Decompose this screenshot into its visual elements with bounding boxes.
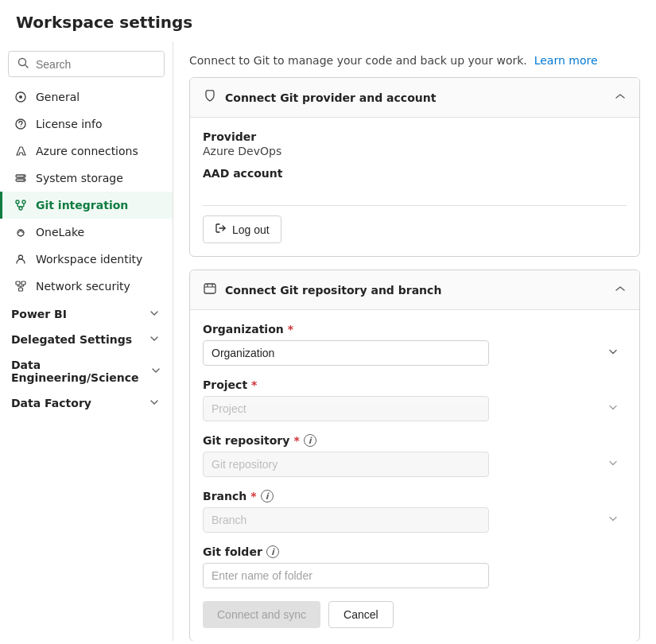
search-box[interactable] [8,51,165,77]
card2-header: Connect Git repository and branch [190,270,639,310]
project-select[interactable]: Project [203,396,489,421]
section-label: Data Engineering/Science [11,359,150,384]
svg-point-4 [16,119,25,129]
org-label: Organization * [203,323,627,336]
connect-sync-button[interactable]: Connect and sync [203,601,320,628]
repo-info-icon[interactable]: i [304,434,316,447]
org-select[interactable]: Organization [203,340,489,366]
azure-icon [14,144,28,158]
license-icon [14,117,28,131]
card2-header-left: Connect Git repository and branch [203,281,441,298]
sidebar-section-power-bi[interactable]: Power BI [0,300,173,325]
action-buttons: Connect and sync Cancel [203,601,627,628]
sidebar-item-onelake[interactable]: OneLake [0,219,173,246]
onelake-icon [14,225,28,239]
section-description: Connect to Git to manage your code and b… [189,41,640,77]
card2-title: Connect Git repository and branch [225,284,441,297]
svg-point-5 [20,126,21,126]
sidebar-section-data-engineering[interactable]: Data Engineering/Science [0,351,173,389]
repo-chevron-icon [607,458,619,471]
sidebar-item-label: System storage [36,172,123,184]
repo-select-wrapper: Git repository [203,452,627,477]
divider [203,205,627,206]
folder-field: Git folder i [203,545,627,588]
section-label: Data Factory [11,397,91,409]
branch-label: Branch * i [203,490,627,502]
aad-value [203,181,627,196]
sidebar-item-general[interactable]: General [0,83,173,111]
svg-marker-6 [17,147,25,155]
sidebar: General License info Azure connections [0,41,173,641]
folder-label: Git folder i [203,545,627,558]
sidebar-item-label: Git integration [36,199,128,211]
sidebar-section-data-factory[interactable]: Data Factory [0,389,173,414]
svg-point-15 [19,255,23,259]
org-required-star: * [288,323,293,336]
project-label: Project * [203,378,627,391]
svg-rect-16 [16,281,20,285]
collapse-icon[interactable] [614,90,627,105]
project-select-wrapper: Project [203,396,627,421]
project-field: Project * Project [203,378,627,421]
git-icon [14,198,28,212]
sidebar-item-label: Workspace identity [36,253,142,266]
storage-icon [14,171,28,185]
git-repo-card: Connect Git repository and branch Organi… [189,270,640,641]
svg-point-9 [23,176,24,177]
org-chevron-icon [607,347,619,360]
svg-rect-17 [21,281,25,285]
card-title: Connect Git provider and account [225,91,436,104]
section-label: Delegated Settings [11,333,132,346]
provider-label: Provider [203,130,627,143]
network-icon [14,279,28,293]
page-title: Workspace settings [0,0,656,41]
logout-button[interactable]: Log out [203,215,281,243]
collapse-icon-2[interactable] [614,282,627,297]
git-repo-icon [203,281,217,298]
identity-icon [14,252,28,266]
svg-point-3 [19,95,22,99]
branch-chevron-icon [607,514,619,527]
sidebar-item-network-security[interactable]: Network security [0,273,173,300]
branch-info-icon[interactable]: i [261,490,274,502]
learn-more-link[interactable]: Learn more [534,54,598,67]
search-input[interactable] [36,58,156,71]
card-header: Connect Git provider and account [190,78,639,118]
folder-info-icon[interactable]: i [266,545,279,558]
git-provider-card: Connect Git provider and account Provide… [189,77,640,257]
card2-body: Organization * Organization [190,310,639,641]
chevron-down-icon [149,397,161,409]
project-chevron-icon [607,402,619,416]
sidebar-item-license-info[interactable]: License info [0,111,173,138]
repo-select[interactable]: Git repository [203,452,489,477]
repo-required-star: * [293,434,299,447]
cancel-button[interactable]: Cancel [328,601,394,628]
repo-field: Git repository * i Git repository [203,434,627,477]
svg-rect-21 [204,284,215,293]
logout-icon [215,222,227,237]
sidebar-item-label: Network security [36,280,130,293]
folder-input[interactable] [203,563,489,588]
project-required-star: * [251,378,257,391]
sidebar-item-workspace-identity[interactable]: Workspace identity [0,246,173,273]
card-header-left: Connect Git provider and account [203,89,436,106]
org-select-wrapper: Organization [203,340,627,366]
chevron-down-icon [149,333,161,346]
branch-select[interactable]: Branch [203,507,489,533]
svg-point-11 [16,200,19,204]
main-content: Connect to Git to manage your code and b… [173,41,656,641]
chevron-down-icon [150,365,161,378]
svg-point-12 [22,200,25,204]
search-icon [17,56,29,72]
sidebar-section-delegated-settings[interactable]: Delegated Settings [0,325,173,351]
sidebar-item-system-storage[interactable]: System storage [0,165,173,192]
sidebar-item-git-integration[interactable]: Git integration [0,192,173,219]
svg-rect-18 [19,288,23,291]
sidebar-item-label: License info [36,118,103,130]
git-provider-icon [203,89,217,106]
section-label: Power BI [11,308,67,320]
sidebar-item-azure-connections[interactable]: Azure connections [0,138,173,165]
logout-label: Log out [232,223,270,236]
sidebar-item-label: General [36,91,80,103]
repo-label: Git repository * i [203,434,627,447]
